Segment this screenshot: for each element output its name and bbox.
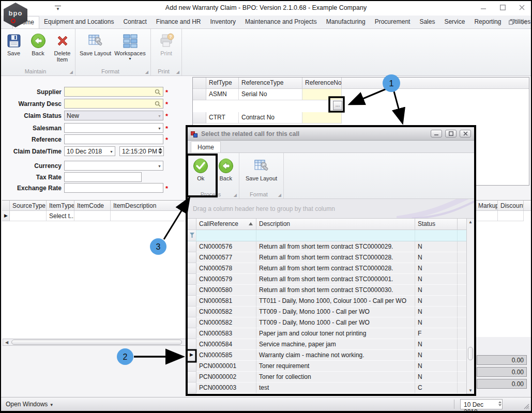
dialog-save-layout-button[interactable]: Save Layout	[244, 156, 280, 181]
statusbar-date-editor[interactable]: 10 Dec 2018	[460, 399, 503, 409]
print-button: ? Print	[154, 30, 179, 56]
vertical-scrollbar[interactable]: ▲ ▼	[466, 219, 474, 394]
column-header-referenceno[interactable]: ReferenceNo	[302, 78, 342, 89]
call-row[interactable]: CN0000579Return all from short term cont…	[188, 274, 474, 285]
column-header-status[interactable]: Status	[415, 219, 458, 230]
ellipsis-lookup-button[interactable]: ...	[333, 101, 342, 110]
mdi-minimize-icon[interactable]	[496, 19, 501, 26]
spinner-icon[interactable]	[158, 148, 162, 154]
workspaces-button[interactable]: Workspaces ▼	[113, 30, 147, 60]
dialog-maximize-icon[interactable]	[445, 130, 457, 137]
dialog-close-icon[interactable]	[460, 130, 471, 137]
exchange-rate-input[interactable]	[64, 183, 163, 193]
print-launcher-icon[interactable]: ◢	[176, 70, 179, 74]
tab-manufacturing[interactable]: Manufacturing	[322, 16, 370, 28]
tab-finance-and-hr[interactable]: Finance and HR	[151, 16, 206, 28]
close-icon[interactable]	[519, 5, 525, 10]
call-row[interactable]: CN0000577Return all from short term cont…	[188, 252, 474, 263]
tab-procurement[interactable]: Procurement	[370, 16, 415, 28]
scrollbar-thumb[interactable]	[11, 340, 182, 345]
call-row[interactable]: PCN0000001Toner requirementN	[188, 361, 474, 372]
referenceno-cell[interactable]	[302, 112, 342, 124]
reference-row[interactable]: ASMN Serial No	[193, 89, 529, 100]
group-by-panel[interactable]: Drag a column header here to group by th…	[188, 199, 474, 219]
mdi-close-icon[interactable]	[522, 19, 527, 26]
tab-equipment-and-locations[interactable]: Equipment and Locations	[39, 16, 118, 28]
supplier-input[interactable]	[64, 87, 163, 97]
call-row-selected[interactable]: ▶CN0000585Warranty claim - machine not w…	[188, 350, 474, 361]
column-header-sourcetype[interactable]: SourceType	[10, 201, 47, 211]
tab-maintenance-and-projects[interactable]: Maintenance and Projects	[240, 16, 322, 28]
search-icon	[155, 101, 161, 107]
call-row[interactable]: CN0000584Service machine, paper jamN	[188, 339, 474, 350]
filter-cell[interactable]	[256, 230, 415, 241]
claim-datetime-label: Claim Date/Time	[1, 148, 62, 155]
column-header-markup[interactable]: Markup	[476, 201, 498, 211]
dialog-title: Select the related call for this call	[201, 130, 428, 137]
claim-date-picker[interactable]: 10 Dec 2018 ▼	[64, 146, 115, 156]
delete-item-button[interactable]: DeleteItem	[51, 30, 74, 63]
maintain-launcher-icon[interactable]: ◢	[70, 70, 73, 74]
column-header-referencetype[interactable]: ReferenceType	[239, 78, 302, 89]
call-row[interactable]: CN0000581TT011 - Daily, Mono 1000, Colou…	[188, 296, 474, 307]
claim-time-spinner[interactable]: 12:15:20 PM	[119, 146, 164, 156]
column-header-reftype[interactable]: RefType	[206, 78, 239, 89]
chevron-down-icon: ▼	[158, 114, 161, 118]
call-row[interactable]: PCN0000002Toner for collectionN	[188, 372, 474, 383]
call-row[interactable]: CN0000583Paper jam and colour toner not …	[188, 328, 474, 339]
ok-button[interactable]: Ok	[189, 156, 213, 181]
save-layout-icon	[253, 158, 270, 174]
column-header-callreference[interactable]: CallReference	[196, 219, 256, 230]
process-launcher-icon[interactable]: ◢	[234, 193, 237, 197]
maximize-icon[interactable]	[500, 5, 506, 10]
back-icon	[30, 33, 47, 49]
format-launcher-icon[interactable]: ◢	[145, 70, 148, 74]
workspaces-dropdown-icon[interactable]: ▼	[128, 57, 132, 60]
warranty-desc-input[interactable]	[64, 99, 163, 109]
column-header-discount[interactable]: Discount	[498, 201, 524, 211]
format-launcher-icon[interactable]: ◢	[278, 193, 281, 197]
resize-grip-icon[interactable]	[523, 403, 529, 409]
dialog-tab-home[interactable]: Home	[191, 141, 221, 152]
tab-service[interactable]: Service	[439, 16, 469, 28]
chevron-down-icon[interactable]: ▼	[158, 127, 161, 130]
save-layout-button[interactable]: Save Layout	[79, 30, 112, 56]
tab-sales[interactable]: Sales	[415, 16, 439, 28]
scroll-down-icon[interactable]: ▼	[467, 388, 474, 393]
referenceno-cell[interactable]	[302, 89, 342, 100]
column-header-itemtype[interactable]: ItemType	[47, 201, 74, 211]
call-row[interactable]: CN0000582TT009 - Daily, Mono 1000 - Call…	[188, 307, 474, 317]
callout-2: 2	[117, 348, 133, 365]
column-header-itemcode[interactable]: ItemCode	[74, 201, 111, 211]
filter-cell[interactable]	[196, 230, 256, 241]
chevron-down-icon[interactable]: ▼	[110, 150, 113, 154]
call-row[interactable]: CN0000582TT009 - Daily, Mono 1000 - Call…	[188, 317, 474, 328]
scroll-left-icon[interactable]: ◀	[3, 340, 10, 345]
minimize-icon[interactable]	[481, 5, 487, 10]
spinner-icon[interactable]	[498, 401, 501, 406]
reference-row[interactable]: CTRT Contract No	[193, 112, 529, 124]
call-row[interactable]: PCN0000003testC	[188, 383, 474, 393]
tax-rate-input[interactable]	[64, 172, 142, 182]
group-label-process: Process	[190, 191, 232, 197]
filter-row[interactable]	[188, 230, 474, 241]
call-row[interactable]: CN0000576Return all from short term cont…	[188, 241, 474, 252]
dialog-back-button[interactable]: Back	[214, 156, 238, 181]
tab-inventory[interactable]: Inventory	[206, 16, 240, 28]
open-windows-button[interactable]: Open Windows ▼	[6, 401, 54, 408]
column-header-description[interactable]: Description	[256, 219, 415, 230]
filter-cell[interactable]	[415, 230, 458, 241]
scrollbar-thumb[interactable]	[468, 347, 473, 360]
salesman-select[interactable]: ▼	[64, 123, 163, 133]
mdi-restore-icon[interactable]	[509, 19, 514, 26]
dialog-minimize-icon[interactable]	[431, 130, 442, 137]
chevron-down-icon[interactable]: ▼	[158, 164, 161, 168]
currency-select[interactable]: ▼	[64, 161, 163, 171]
call-row[interactable]: CN0000580Return all from short term cont…	[188, 285, 474, 296]
scroll-up-icon[interactable]: ▲	[467, 220, 474, 224]
reference-input[interactable]	[64, 134, 163, 144]
back-button[interactable]: Back	[26, 30, 50, 56]
save-button[interactable]: Save	[2, 30, 25, 56]
tab-contract[interactable]: Contract	[118, 16, 151, 28]
call-row[interactable]: CN0000578Return all from short term cont…	[188, 263, 474, 274]
